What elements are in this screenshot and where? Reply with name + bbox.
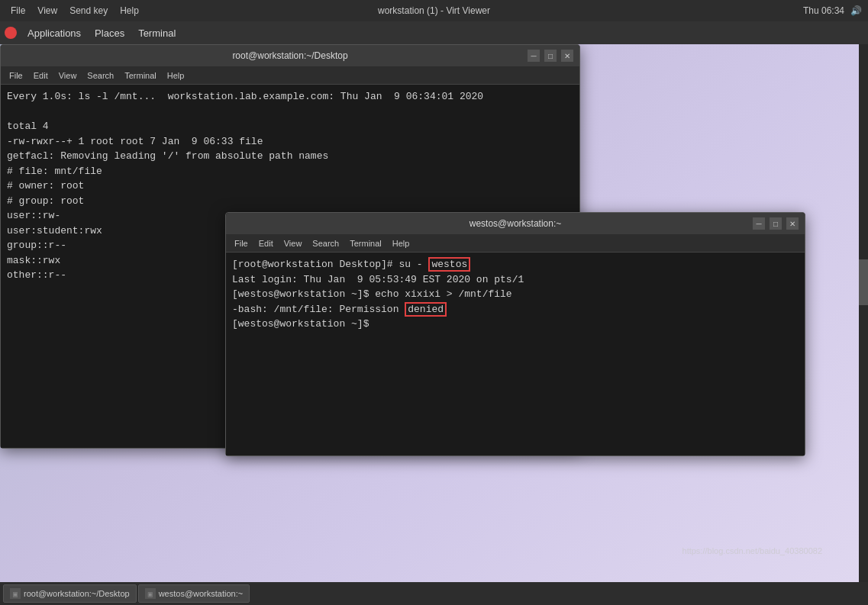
terminal-2-titlebar: westos@workstation:~ ─ □ ✕ [226, 213, 805, 234]
t1-menu-file[interactable]: File [5, 70, 27, 81]
t1-menu-terminal[interactable]: Terminal [121, 70, 160, 81]
t2-menu-view[interactable]: View [280, 238, 306, 249]
t1-menu-search[interactable]: Search [83, 70, 118, 81]
virt-viewer-title: workstation (1) - Virt Viewer [378, 5, 490, 16]
virt-viewer-menubar: File View Send key Help workstation (1) … [0, 0, 868, 21]
t1-menu-help[interactable]: Help [163, 70, 189, 81]
taskbar-item-1[interactable]: ▣ westos@workstation:~ [138, 584, 250, 603]
t2-menu-help[interactable]: Help [389, 238, 414, 249]
panel-applications[interactable]: Applications [21, 26, 87, 40]
t2-menu-edit[interactable]: Edit [255, 238, 277, 249]
t2-menu-terminal[interactable]: Terminal [346, 238, 386, 249]
t1-menu-view[interactable]: View [55, 70, 81, 81]
desktop: root@workstation:~/Desktop ─ □ ✕ File Ed… [0, 44, 868, 582]
panel-bar: Applications Places Terminal [0, 21, 868, 44]
terminal-2-minimize[interactable]: ─ [753, 217, 765, 230]
bottom-taskbar: ▣ root@workstation:~/Desktop ▣ westos@wo… [0, 582, 868, 605]
taskbar-icon-0: ▣ [10, 588, 21, 599]
menu-file[interactable]: File [6, 4, 30, 18]
menu-view[interactable]: View [33, 4, 62, 18]
terminal-2-close[interactable]: ✕ [786, 217, 799, 230]
taskbar-icon-1: ▣ [145, 588, 156, 599]
watermark: https://blog.csdn.net/baidu_40380082 [682, 546, 822, 555]
virt-viewer-status: Thu 06:34 🔊 [803, 5, 862, 16]
terminal-1-controls: ─ □ ✕ [528, 50, 573, 62]
terminal-2-menubar: File Edit View Search Terminal Help [226, 234, 805, 253]
terminal-1-close[interactable]: ✕ [561, 50, 573, 62]
terminal-1-minimize[interactable]: ─ [528, 50, 540, 62]
terminal-2-maximize[interactable]: □ [770, 217, 782, 230]
panel-terminal[interactable]: Terminal [132, 26, 182, 40]
menu-sendkey[interactable]: Send key [65, 4, 112, 18]
terminal-1-titlebar: root@workstation:~/Desktop ─ □ ✕ [1, 45, 579, 66]
t2-menu-search[interactable]: Search [308, 238, 343, 249]
highlight-westos: westos [428, 257, 470, 272]
terminal-2-title: westos@workstation:~ [469, 218, 562, 229]
terminal-2-controls: ─ □ ✕ [753, 217, 799, 230]
taskbar-label-0: root@workstation:~/Desktop [24, 589, 130, 598]
scrollbar-thumb[interactable] [859, 259, 868, 305]
clock: Thu 06:34 [803, 5, 844, 16]
panel-app-icon [5, 27, 17, 39]
taskbar-item-0[interactable]: ▣ root@workstation:~/Desktop [3, 584, 137, 603]
terminal-1-title: root@workstation:~/Desktop [232, 50, 347, 61]
t2-menu-file[interactable]: File [231, 238, 252, 249]
scrollbar-track [859, 44, 868, 582]
highlight-denied: denied [405, 302, 447, 317]
terminal-window-2: westos@workstation:~ ─ □ ✕ File Edit Vie… [225, 212, 805, 456]
terminal-1-menubar: File Edit View Search Terminal Help [1, 66, 579, 85]
panel-apps-area: Applications Places Terminal [5, 26, 182, 40]
volume-icon[interactable]: 🔊 [850, 5, 862, 16]
terminal-1-maximize[interactable]: □ [544, 50, 557, 62]
panel-places[interactable]: Places [89, 26, 131, 40]
t1-menu-edit[interactable]: Edit [30, 70, 52, 81]
menu-help[interactable]: Help [115, 4, 144, 18]
virt-viewer-menu-left: File View Send key Help [6, 4, 144, 18]
taskbar-label-1: westos@workstation:~ [159, 589, 244, 598]
terminal-2-body[interactable]: [root@workstation Desktop]# su - westos … [226, 253, 805, 455]
